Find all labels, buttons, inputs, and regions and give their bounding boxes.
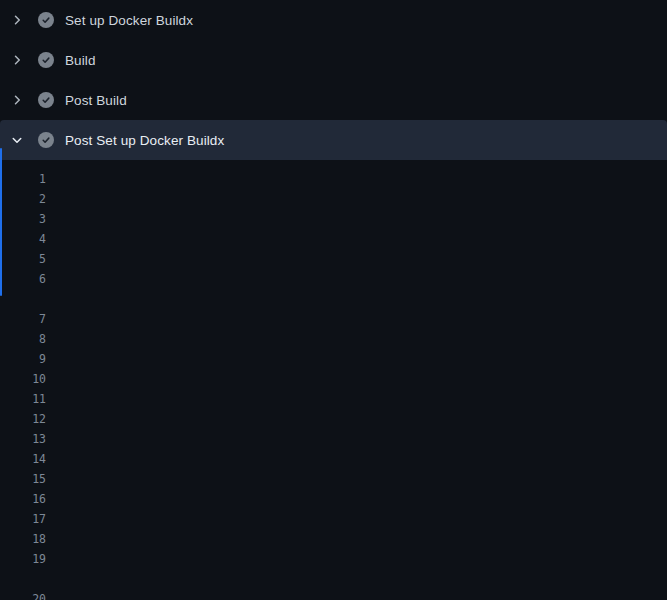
log-line: 10 time="2021-04-23T18:02:37Z" level=inf… <box>0 369 667 389</box>
chevron-down-icon <box>11 134 23 146</box>
log-line-number[interactable]: 8 <box>0 329 46 349</box>
step-row-set-up-docker-buildx[interactable]: Set up Docker Buildx <box>0 0 667 40</box>
log-line-number[interactable]: 13 <box>0 429 46 449</box>
log-line-number[interactable]: 12 <box>0 409 46 429</box>
step-row-post-set-up-docker-buildx[interactable]: Post Set up Docker Buildx <box>0 120 667 160</box>
chevron-right-icon <box>11 94 23 106</box>
log-line-number[interactable]: 17 <box>0 509 46 529</box>
log-line-number[interactable]: 2 <box>0 189 46 209</box>
success-check-icon <box>38 52 54 68</box>
log-line-number[interactable]: 11 <box>0 389 46 409</box>
log-line: 2 ▼BuildKit container logs <box>0 189 667 209</box>
log-line-number[interactable]: 16 <box>0 489 46 509</box>
log-line: 14 time="2021-04-23T18:02:38Z" level=deb… <box>0 449 667 469</box>
log-line: application/vnd.oci.image.index.v1+json,… <box>0 569 667 589</box>
log-line: 12 time="2021-04-23T18:02:38Z" level=deb… <box>0 409 667 429</box>
log-line: 15 time="2021-04-23T18:02:38Z" level=deb… <box>0 469 667 489</box>
step-label: Post Build <box>65 93 127 108</box>
log-line: 19 time="2021-04-23T18:02:38Z" level=deb… <box>0 549 667 569</box>
log-line: 11 time="2021-04-23T18:02:38Z" level=deb… <box>0 389 667 409</box>
log-line: 5 time="2021-04-23T18:02:37Z" level=warn… <box>0 249 667 269</box>
step-row-post-build[interactable]: Post Build <box>0 80 667 120</box>
step-list: Set up Docker Buildx Build Post Build <box>0 0 667 120</box>
log-line: 7 time="2021-04-23T18:02:37Z" level=warn… <box>0 309 667 329</box>
log-line-number[interactable]: 1 <box>0 169 46 189</box>
log-line-number[interactable]: 10 <box>0 369 46 389</box>
actions-log-viewer: Set up Docker Buildx Build Post Build <box>0 0 667 600</box>
log-line-number[interactable]: 15 <box>0 469 46 489</box>
log-line: linux/riscv64 linux/ppc64le linux/s390x … <box>0 289 667 309</box>
log-area: 1 Post job cleanup. 2 ▼BuildKit containe… <box>0 160 667 600</box>
log-line-number[interactable]: 18 <box>0 529 46 549</box>
log-line-number[interactable]: 20 <box>0 589 46 600</box>
log-line-number[interactable]: 4 <box>0 229 46 249</box>
log-line-number[interactable]: 6 <box>0 269 46 289</box>
success-check-icon <box>38 12 54 28</box>
log-line: 1 Post job cleanup. <box>0 169 667 189</box>
log-line-number[interactable]: 5 <box>0 249 46 269</box>
log-line: 3 /usr/bin/docker logs buildx_buildkit_b… <box>0 209 667 229</box>
step-label: Post Set up Docker Buildx <box>65 133 224 148</box>
log-line: 8 time="2021-04-23T18:02:37Z" level=info… <box>0 329 667 349</box>
step-label: Build <box>65 53 96 68</box>
log-line: 20 time="2021-04-23T18:02:38Z" level=deb… <box>0 589 667 600</box>
step-label: Set up Docker Buildx <box>65 13 193 28</box>
log-line: 4 time="2021-04-23T18:02:37Z" level=info… <box>0 229 667 249</box>
log-line-number[interactable]: 19 <box>0 549 46 569</box>
log-line-number[interactable]: 3 <box>0 209 46 229</box>
log-line: 13 time="2021-04-23T18:02:38Z" level=deb… <box>0 429 667 449</box>
step-row-build[interactable]: Build <box>0 40 667 80</box>
log-line: 6 time="2021-04-23T18:02:37Z" level=info… <box>0 269 667 289</box>
success-check-icon <box>38 132 54 148</box>
chevron-right-icon <box>11 54 23 66</box>
log-line-number[interactable]: 7 <box>0 309 46 329</box>
success-check-icon <box>38 92 54 108</box>
log-line-number[interactable]: 9 <box>0 349 46 369</box>
log-line-number[interactable]: 14 <box>0 449 46 469</box>
log-line: 16 time="2021-04-23T18:02:38Z" level=deb… <box>0 489 667 509</box>
chevron-right-icon <box>11 14 23 26</box>
log-line: 9 time="2021-04-23T18:02:37Z" level=warn… <box>0 349 667 369</box>
log-line: 17 time="2021-04-23T18:02:38Z" level=deb… <box>0 509 667 529</box>
log-line: 18 time="2021-04-23T18:02:38Z" level=deb… <box>0 529 667 549</box>
